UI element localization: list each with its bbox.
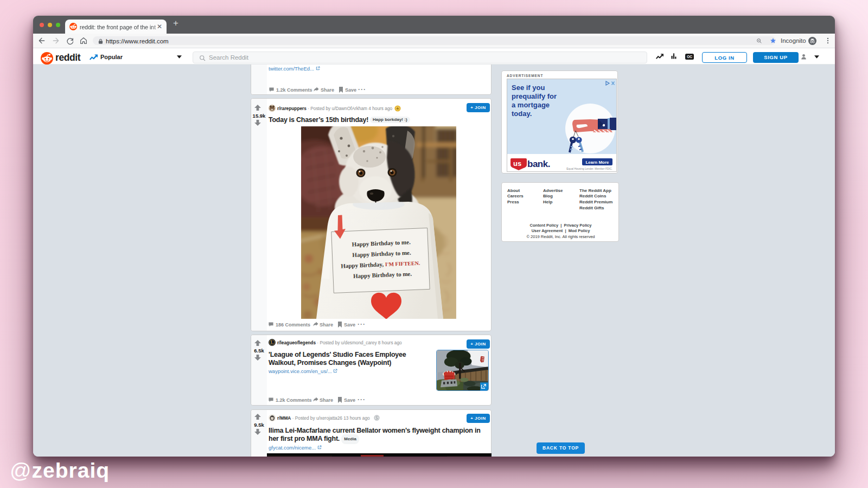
svg-text:L: L <box>271 340 273 345</box>
svg-text:See if you: See if you <box>512 84 545 92</box>
svg-text:Learn More: Learn More <box>585 159 609 164</box>
svg-text:a mortgage: a mortgage <box>512 101 550 109</box>
svg-text:Equal Housing Lender. Member F: Equal Housing Lender. Member FDIC. <box>566 166 612 170</box>
svg-text:today.: today. <box>512 110 532 118</box>
svg-text:prequalify for: prequalify for <box>512 92 557 100</box>
svg-text:us: us <box>513 159 521 168</box>
svg-text:bank.: bank. <box>527 159 550 169</box>
